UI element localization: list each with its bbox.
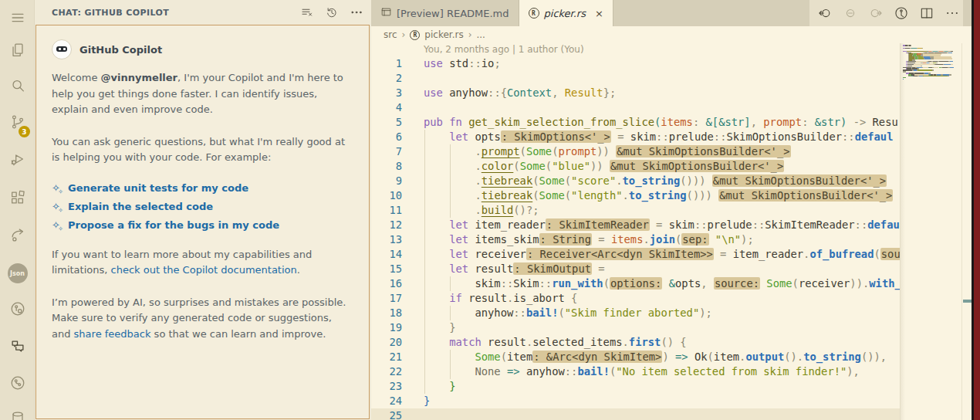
code-line-18[interactable]: 18 anyhow::bail!("Skim finder aborted"); (371, 306, 901, 320)
share-feedback-link[interactable]: share feedback (74, 328, 151, 340)
copilot-docs-link[interactable]: check out the Copilot documentation (111, 264, 297, 276)
suggestion-link-3[interactable]: ✧Propose a fix for the bugs in my code (52, 219, 350, 231)
line-number[interactable]: 3 (371, 86, 402, 100)
line-number[interactable]: 5 (371, 115, 402, 130)
suggestion-link-2[interactable]: ✧Explain the selected code (52, 201, 350, 212)
activity-item-database[interactable] (0, 405, 35, 420)
code-token: Some (475, 351, 500, 363)
line-number[interactable]: 13 (371, 232, 402, 247)
code-line-9[interactable]: 9 .tiebreak(Some("score".to_string())) &… (371, 174, 901, 188)
code-line-7[interactable]: 7 .prompt(Some(prompt)) &mut SkimOptions… (371, 144, 901, 159)
code-line-25[interactable]: 25 (371, 408, 901, 420)
activity-item-menu[interactable] (0, 4, 35, 35)
activity-item-json-extension[interactable]: Json (0, 258, 35, 289)
code-token: items (661, 116, 693, 128)
activity-item-git-graph[interactable] (0, 369, 35, 400)
activity-item-source-control[interactable]: 3 (0, 108, 35, 139)
code-line-8[interactable]: 8 .color(Some("blue")) &mut SkimOptionsB… (371, 159, 901, 174)
more-actions-icon[interactable] (945, 5, 960, 21)
activity-item-run-debug[interactable] (0, 145, 35, 176)
clear-chat-icon[interactable] (300, 5, 314, 19)
line-number[interactable]: 2 (371, 71, 402, 86)
line-number[interactable]: 12 (371, 218, 402, 232)
line-number[interactable]: 1 (371, 56, 402, 71)
line-number[interactable]: 4 (371, 100, 402, 115)
editor-scrollbar[interactable] (961, 43, 972, 420)
line-number[interactable]: 19 (371, 320, 402, 335)
suggestion-link-1[interactable]: ✧Generate unit tests for my code (52, 182, 350, 194)
code-line-1[interactable]: 1use std::io; (371, 56, 901, 71)
code-token: items_skim (468, 233, 539, 246)
code-line-15[interactable]: 15 let result: SkimOutput = (371, 262, 901, 276)
code-line-22[interactable]: 22 None => anyhow::bail!("No item select… (371, 364, 901, 379)
breadcrumb-item-picker.rs[interactable]: picker.rs (424, 29, 463, 40)
code-line-21[interactable]: 21 Some(item: &Arc<dyn SkimItem>) => Ok(… (371, 350, 901, 364)
minimap-token (950, 61, 953, 63)
code-line-19[interactable]: 19 } (371, 320, 901, 335)
line-number[interactable]: 25 (371, 408, 402, 420)
line-number[interactable]: 10 (371, 188, 402, 203)
code-token: :: (468, 57, 482, 69)
line-number[interactable]: 18 (371, 306, 402, 320)
code-line-10[interactable]: 10 .tiebreak(Some("length".to_string()))… (371, 188, 901, 203)
line-number[interactable]: 22 (371, 364, 402, 379)
activity-item-explorer[interactable] (0, 36, 35, 67)
activity-item-extensions[interactable] (0, 184, 35, 215)
code-line-13[interactable]: 13 let items_skim: String = items.join(s… (371, 232, 901, 247)
activity-item-chat[interactable] (0, 332, 35, 363)
search-icon (9, 77, 26, 97)
code-line-6[interactable]: 6 let opts: SkimOptions<'_> = skim::prel… (371, 130, 901, 144)
line-number[interactable]: 9 (371, 174, 402, 188)
go-back-icon[interactable] (817, 5, 833, 21)
line-number[interactable]: 20 (371, 335, 402, 350)
code-line-3[interactable]: 3use anyhow::{Context, Result}; (371, 86, 901, 100)
breadcrumb-item-...[interactable]: ... (476, 29, 485, 40)
minimap[interactable] (900, 43, 961, 420)
line-number[interactable]: 15 (371, 262, 402, 276)
line-number[interactable]: 8 (371, 159, 402, 174)
code-token: result (468, 262, 513, 275)
code-token: skim (630, 130, 656, 143)
code-token: &[&str] (706, 116, 751, 128)
line-number[interactable]: 16 (371, 276, 402, 291)
code-line-2[interactable]: 2 (371, 71, 901, 86)
line-number[interactable]: 24 (371, 394, 402, 408)
explorer-icon (9, 42, 26, 62)
code-token: color (482, 160, 514, 172)
code-editor[interactable]: You, 2 months ago | 1 author (You) 1use … (371, 43, 901, 420)
code-line-4[interactable]: 4 (371, 100, 901, 115)
line-number[interactable]: 14 (371, 247, 402, 262)
tab--preview-readme.md[interactable]: [Preview] README.md (371, 0, 519, 26)
close-tab-icon[interactable]: × (595, 8, 603, 19)
code-line-12[interactable]: 12 let item_reader: SkimItemReader = ski… (371, 218, 901, 232)
code-line-16[interactable]: 16 skim::Skim::run_with(options: &opts, … (371, 276, 901, 291)
tab-picker.rs[interactable]: Rpicker.rs× (519, 0, 613, 26)
code-token: => (507, 365, 520, 378)
code-line-20[interactable]: 20 match result.selected_items.first() { (371, 335, 901, 350)
line-number[interactable]: 21 (371, 350, 402, 364)
code-token: use (424, 57, 443, 69)
history-icon[interactable] (325, 5, 339, 19)
code-line-5[interactable]: 5pub fn get_skim_selection_from_slice(it… (371, 115, 901, 130)
activity-item-gitlens[interactable] (0, 295, 35, 326)
split-editor-icon[interactable] (919, 5, 934, 21)
line-number[interactable]: 17 (371, 291, 402, 306)
more-actions-icon[interactable] (350, 5, 363, 19)
line-number[interactable]: 6 (371, 130, 402, 144)
code-token: )) (590, 160, 610, 172)
code-line-17[interactable]: 17 if result.is_abort { (371, 291, 901, 306)
code-token: item (714, 351, 739, 363)
editor-actions (809, 0, 963, 26)
timeline-icon[interactable] (894, 5, 909, 21)
line-number[interactable]: 23 (371, 379, 402, 394)
breadcrumb-item-src[interactable]: src (384, 29, 397, 40)
line-number[interactable]: 7 (371, 144, 402, 159)
code-line-11[interactable]: 11 .build()?; (371, 203, 901, 218)
activity-item-live-share[interactable] (0, 221, 35, 252)
activity-item-search[interactable] (0, 72, 35, 103)
code-token (424, 248, 449, 260)
code-line-23[interactable]: 23 } (371, 379, 901, 394)
code-line-24[interactable]: 24} (371, 394, 901, 408)
code-line-14[interactable]: 14 let receiver: Receiver<Arc<dyn SkimIt… (371, 247, 901, 262)
line-number[interactable]: 11 (371, 203, 402, 218)
